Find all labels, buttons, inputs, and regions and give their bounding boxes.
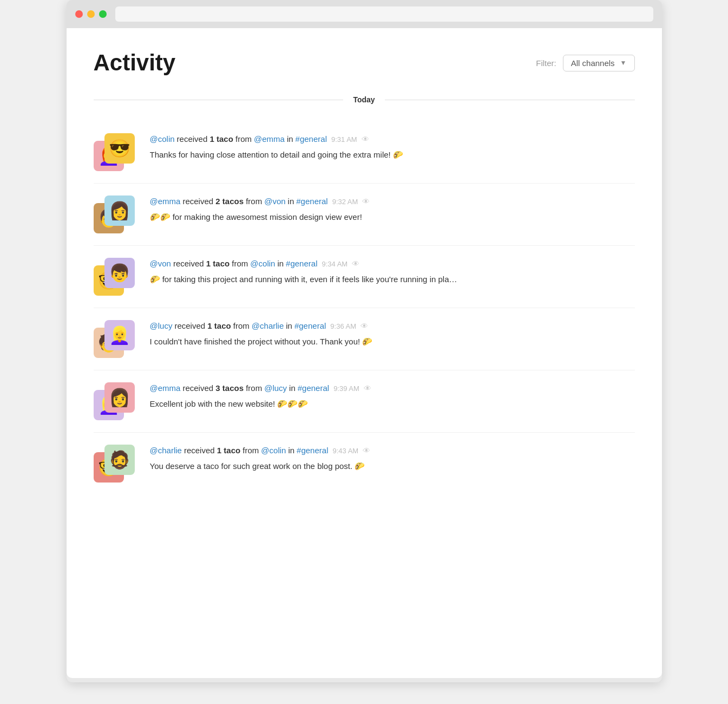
activity-content: @emma received 2 tacos from @von in #gen… — [150, 195, 635, 223]
action-text: received 1 taco from — [173, 258, 248, 270]
avatar-stack: 🧒 👱‍♀️ — [94, 320, 137, 358]
timestamp: 9:43 AM — [332, 446, 358, 457]
title-bar — [67, 0, 662, 28]
maximize-button[interactable] — [99, 10, 107, 18]
activity-item: 🤓 👦 @von received 1 taco from @colin in … — [94, 246, 635, 308]
avatar-stack: 👩‍🦰 😎 — [94, 133, 137, 171]
activity-item: 🧒 👱‍♀️ @lucy received 1 taco from @charl… — [94, 308, 635, 370]
filter-value: All channels — [571, 58, 615, 68]
action-text: received 1 taco from — [184, 445, 259, 457]
activity-content: @colin received 1 taco from @emma in #ge… — [150, 133, 635, 161]
channel-link[interactable]: #general — [286, 258, 317, 270]
message-text: Thanks for having close attention to det… — [150, 149, 635, 161]
avatar-stack: 👱‍♀️ 👩 — [94, 382, 137, 420]
action-text: received 1 taco from — [174, 320, 249, 333]
activity-item: 👱‍♀️ 👩 @emma received 3 tacos from @lucy… — [94, 370, 635, 433]
avatar-stack: 👦 👩 — [94, 195, 137, 233]
avatar-front: 👦 — [104, 258, 135, 288]
activity-item: 👦 👩 @emma received 2 tacos from @von in … — [94, 184, 635, 246]
channel-filter-dropdown[interactable]: All channels ▼ — [563, 55, 635, 71]
recipient-mention[interactable]: @emma — [150, 195, 181, 208]
avatar-stack: 🤓 🧔 — [94, 445, 137, 483]
eye-icon: 👁 — [364, 383, 371, 394]
minimize-button[interactable] — [87, 10, 95, 18]
timestamp: 9:39 AM — [333, 383, 359, 394]
sender-mention[interactable]: @von — [264, 195, 285, 208]
action-text: received 1 taco from — [177, 133, 252, 146]
activity-content: @lucy received 1 taco from @charlie in #… — [150, 320, 635, 348]
channel-prefix: in — [287, 133, 293, 146]
message-text: Excellent job with the new website! 🌮🌮🌮 — [150, 398, 635, 410]
timestamp: 9:32 AM — [332, 197, 358, 207]
avatar-front: 👩 — [104, 382, 135, 413]
eye-icon: 👁 — [363, 445, 370, 457]
channel-link[interactable]: #general — [296, 195, 327, 208]
page-title: Activity — [94, 50, 176, 76]
eye-icon: 👁 — [352, 258, 359, 270]
activity-content: @emma received 3 tacos from @lucy in #ge… — [150, 382, 635, 410]
content-area: Activity Filter: All channels ▼ Today 👩‍… — [67, 28, 662, 678]
channel-link[interactable]: #general — [296, 133, 327, 146]
activity-header: @lucy received 1 taco from @charlie in #… — [150, 320, 635, 333]
message-text: 🌮 for taking this project and running wi… — [150, 273, 635, 286]
activity-header: @charlie received 1 taco from @colin in … — [150, 445, 635, 457]
avatar-front: 👩 — [104, 195, 135, 226]
activity-header: @emma received 3 tacos from @lucy in #ge… — [150, 382, 635, 395]
page-header: Activity Filter: All channels ▼ — [94, 50, 635, 76]
close-button[interactable] — [75, 10, 83, 18]
date-label: Today — [343, 95, 384, 104]
sender-mention[interactable]: @colin — [250, 258, 275, 270]
activity-header: @von received 1 taco from @colin in #gen… — [150, 258, 635, 270]
timestamp: 9:34 AM — [322, 259, 347, 270]
channel-prefix: in — [288, 195, 294, 208]
sender-mention[interactable]: @colin — [261, 445, 286, 457]
channel-link[interactable]: #general — [297, 445, 328, 457]
avatar-front: 👱‍♀️ — [104, 320, 135, 350]
channel-prefix: in — [277, 258, 284, 270]
url-bar[interactable] — [115, 6, 653, 22]
activity-content: @charlie received 1 taco from @colin in … — [150, 445, 635, 472]
message-text: I couldn't have finished the project wit… — [150, 336, 635, 348]
avatar-front: 😎 — [104, 133, 135, 164]
message-text: 🌮🌮 for making the awesomest mission desi… — [150, 211, 635, 224]
avatar-stack: 🤓 👦 — [94, 258, 137, 296]
channel-prefix: in — [286, 320, 292, 333]
recipient-mention[interactable]: @von — [150, 258, 171, 270]
activity-item: 🤓 🧔 @charlie received 1 taco from @colin… — [94, 433, 635, 494]
activity-header: @colin received 1 taco from @emma in #ge… — [150, 133, 635, 146]
sender-mention[interactable]: @emma — [254, 133, 285, 146]
message-text: You deserve a taco for such great work o… — [150, 460, 635, 473]
recipient-mention[interactable]: @charlie — [150, 445, 182, 457]
eye-icon: 👁 — [362, 196, 370, 207]
channel-link[interactable]: #general — [298, 382, 329, 395]
eye-icon: 👁 — [360, 321, 368, 332]
sender-mention[interactable]: @charlie — [252, 320, 284, 333]
timestamp: 9:31 AM — [331, 134, 357, 145]
recipient-mention[interactable]: @colin — [150, 133, 175, 146]
activity-content: @von received 1 taco from @colin in #gen… — [150, 258, 635, 285]
recipient-mention[interactable]: @lucy — [150, 320, 173, 333]
filter-area: Filter: All channels ▼ — [536, 55, 634, 71]
action-text: received 3 tacos from — [182, 382, 262, 395]
eye-icon: 👁 — [362, 134, 369, 145]
recipient-mention[interactable]: @emma — [150, 382, 181, 395]
activity-item: 👩‍🦰 😎 @colin received 1 taco from @emma … — [94, 121, 635, 184]
activity-list: 👩‍🦰 😎 @colin received 1 taco from @emma … — [94, 121, 635, 494]
avatar-front: 🧔 — [104, 445, 135, 475]
action-text: received 2 tacos from — [182, 195, 262, 208]
channel-prefix: in — [289, 382, 296, 395]
date-divider: Today — [94, 95, 635, 104]
channel-prefix: in — [288, 445, 294, 457]
filter-label: Filter: — [536, 58, 556, 68]
sender-mention[interactable]: @lucy — [264, 382, 287, 395]
timestamp: 9:36 AM — [330, 321, 356, 332]
traffic-lights — [75, 10, 107, 18]
chevron-down-icon: ▼ — [620, 59, 627, 67]
browser-window: Activity Filter: All channels ▼ Today 👩‍… — [67, 0, 662, 682]
activity-header: @emma received 2 tacos from @von in #gen… — [150, 195, 635, 208]
channel-link[interactable]: #general — [294, 320, 326, 333]
